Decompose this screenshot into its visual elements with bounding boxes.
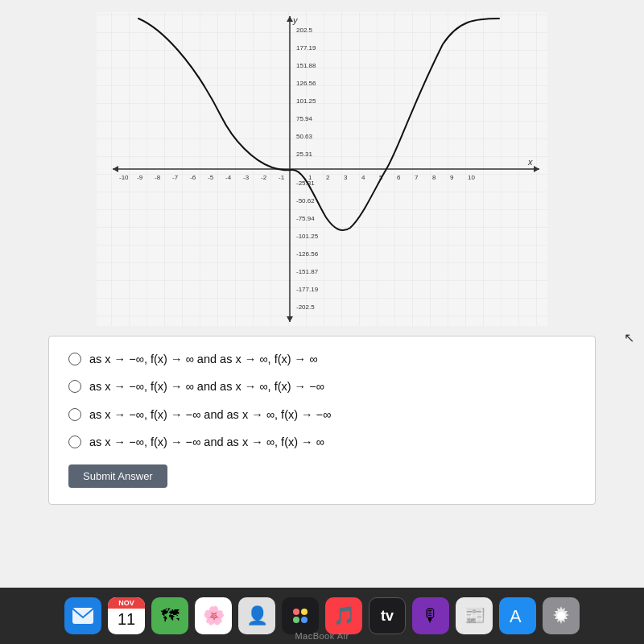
main-content: 202.5 177.19 151.88 126.56 101.25 75.94 …	[0, 0, 644, 588]
dock-maps[interactable]: 🗺	[151, 597, 188, 634]
svg-text:-202.5: -202.5	[296, 303, 315, 311]
macbook-label: MacBook Air	[295, 631, 349, 641]
svg-text:-4: -4	[225, 174, 232, 181]
dock-settings[interactable]	[543, 597, 580, 634]
svg-text:-7: -7	[172, 174, 179, 181]
svg-text:50.63: 50.63	[296, 133, 313, 140]
option-row-3[interactable]: as x → −∞, f(x) → −∞ and as x → ∞, f(x) …	[68, 407, 576, 423]
svg-text:-50.62: -50.62	[296, 197, 315, 204]
option-text-4: as x → −∞, f(x) → −∞ and as x → ∞, f(x) …	[89, 434, 324, 450]
svg-text:75.94: 75.94	[296, 115, 313, 122]
dock-music[interactable]: 🎵	[325, 597, 362, 634]
svg-text:3: 3	[344, 174, 348, 181]
svg-text:-101.25: -101.25	[296, 233, 319, 240]
svg-text:151.88: 151.88	[296, 62, 316, 69]
svg-text:-177.19: -177.19	[296, 286, 319, 293]
svg-text:-2: -2	[261, 174, 267, 181]
svg-text:8: 8	[432, 174, 436, 181]
svg-text:101.25: 101.25	[296, 97, 316, 105]
options-box: as x → −∞, f(x) → ∞ and as x → ∞, f(x) →…	[48, 336, 596, 505]
graph-svg: 202.5 177.19 151.88 126.56 101.25 75.94 …	[97, 12, 547, 326]
submit-button[interactable]: Submit Answer	[68, 464, 167, 488]
svg-text:-126.56: -126.56	[296, 250, 319, 258]
dock-contacts[interactable]: 👤	[238, 597, 275, 634]
radio-1[interactable]	[68, 353, 81, 365]
cursor: ↖	[624, 330, 634, 345]
option-row-2[interactable]: as x → −∞, f(x) → ∞ and as x → ∞, f(x) →…	[68, 378, 576, 394]
svg-text:202.5: 202.5	[296, 27, 313, 34]
option-row-1[interactable]: as x → −∞, f(x) → ∞ and as x → ∞, f(x) →…	[68, 351, 576, 367]
dock-tv[interactable]: tv	[369, 597, 406, 634]
svg-text:-6: -6	[190, 174, 196, 181]
svg-text:126.56: 126.56	[296, 80, 316, 87]
svg-point-50	[301, 617, 308, 623]
graph-container: 202.5 177.19 151.88 126.56 101.25 75.94 …	[97, 12, 547, 326]
svg-text:-75.94: -75.94	[296, 215, 315, 222]
dock-mail[interactable]	[64, 597, 101, 634]
svg-text:9: 9	[450, 174, 454, 181]
svg-text:x: x	[527, 157, 533, 167]
svg-point-49	[293, 617, 299, 623]
option-row-4[interactable]: as x → −∞, f(x) → −∞ and as x → ∞, f(x) …	[68, 434, 576, 450]
svg-text:-10: -10	[119, 174, 129, 181]
svg-text:4: 4	[361, 174, 365, 181]
calendar-month: NOV	[108, 597, 145, 609]
dock-reminders[interactable]	[282, 597, 319, 634]
svg-text:7: 7	[415, 174, 419, 181]
dock-photos[interactable]: 🌸	[195, 597, 232, 634]
svg-text:-1: -1	[279, 174, 285, 181]
radio-3[interactable]	[68, 408, 81, 421]
dock-appstore[interactable]: A	[499, 597, 536, 634]
svg-text:A: A	[510, 606, 522, 626]
dock-news[interactable]: 📰	[456, 597, 493, 634]
dock: NOV 11 🗺 🌸 👤 🎵	[64, 597, 580, 634]
dock-podcasts[interactable]: 🎙	[412, 597, 449, 634]
svg-text:10: 10	[468, 174, 475, 181]
svg-text:-9: -9	[137, 174, 143, 181]
svg-text:-8: -8	[155, 174, 161, 181]
svg-text:2: 2	[326, 174, 330, 181]
radio-4[interactable]	[68, 436, 81, 448]
option-text-1: as x → −∞, f(x) → ∞ and as x → ∞, f(x) →…	[89, 351, 317, 367]
option-text-2: as x → −∞, f(x) → ∞ and as x → ∞, f(x) →…	[89, 378, 324, 394]
svg-text:25.31: 25.31	[296, 151, 313, 158]
svg-text:6: 6	[397, 174, 401, 181]
svg-point-48	[301, 609, 308, 615]
taskbar: NOV 11 🗺 🌸 👤 🎵	[0, 588, 644, 644]
calendar-day: 11	[118, 609, 135, 629]
svg-point-47	[293, 609, 299, 615]
svg-text:-151.87: -151.87	[296, 268, 319, 275]
svg-text:-5: -5	[208, 174, 214, 181]
dock-calendar[interactable]: NOV 11	[108, 597, 145, 634]
svg-text:177.19: 177.19	[296, 44, 316, 52]
option-text-3: as x → −∞, f(x) → −∞ and as x → ∞, f(x) …	[89, 407, 331, 423]
svg-text:-3: -3	[243, 174, 250, 181]
radio-2[interactable]	[68, 380, 81, 393]
svg-text:1: 1	[308, 174, 312, 181]
